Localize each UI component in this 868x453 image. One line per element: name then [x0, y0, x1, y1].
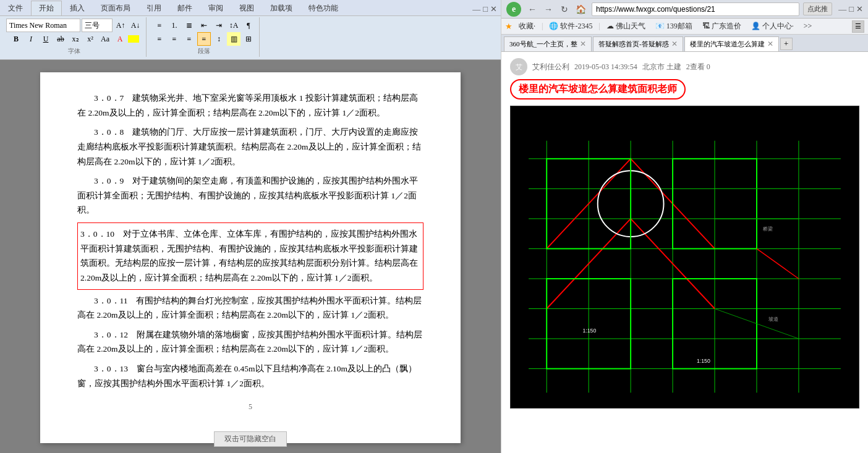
strikethrough-button[interactable]: ab: [54, 32, 67, 46]
qa-meta-header: 艾 艾利佳公利 2019-05-03 14:39:54 北京市 土建 2查看 0: [510, 58, 859, 75]
clear-format-button[interactable]: Aa: [98, 32, 112, 46]
bookmark-collection[interactable]: 收藏·: [515, 20, 539, 33]
post-views: 2查看 0: [686, 62, 710, 72]
increase-font-btn[interactable]: A↑: [114, 19, 127, 32]
superscript-button[interactable]: x²: [83, 32, 97, 46]
tab-qa-close[interactable]: ✕: [671, 40, 678, 49]
tab-360-close[interactable]: ✕: [580, 40, 586, 49]
browser-titlebar: e ← → ↻ 🏠 点此推 — □ ✕: [501, 0, 868, 19]
new-tab-button[interactable]: +: [780, 38, 793, 50]
browser-content: 艾 艾利佳公利 2019-05-03 14:39:54 北京市 土建 2查看 0…: [501, 52, 868, 453]
browser-tab-360[interactable]: 360号航_一个主页，整 ✕: [504, 36, 592, 51]
tab-qa-label: 答疑解惑首页-答疑解惑: [598, 40, 669, 49]
justify-button[interactable]: ≡: [197, 32, 211, 46]
font-selector-row: Times New Roman 三号 A↑ A↓: [6, 19, 142, 32]
para-313: 3．0．13 窗台与室内楼地面高差在 0.45m以下且结构净高在 2.10m及以…: [77, 362, 423, 391]
numbering-button[interactable]: 1.: [168, 19, 181, 32]
font-size-selector[interactable]: 三号: [82, 19, 113, 32]
shading-button[interactable]: ▥: [227, 32, 240, 46]
tab-references[interactable]: 引用: [138, 1, 169, 15]
tab-page-layout[interactable]: 页面布局: [93, 1, 138, 15]
bookmark-software[interactable]: 🌐 软件-2345: [545, 20, 596, 33]
question-title: 楼里的汽车坡道怎么算建筑面积老师: [510, 79, 686, 99]
tab-view[interactable]: 视图: [231, 1, 262, 15]
bookmark-profile[interactable]: 👤 个人中心·: [747, 20, 798, 33]
bookmarks-bar: ★ 收藏· | 🌐 软件-2345 | ☁ 佛山天气 📧 139邮箱 🏗 广东造…: [501, 19, 868, 35]
address-bar[interactable]: [592, 2, 799, 16]
tab-special[interactable]: 特色功能: [300, 1, 346, 15]
increase-indent-button[interactable]: ⇥: [212, 19, 226, 32]
double-click-hint: 双击可隐藏空白: [214, 431, 287, 447]
subscript-button[interactable]: x₂: [69, 32, 82, 46]
bookmark-sep-1: |: [542, 22, 543, 31]
minimize-icon[interactable]: —: [472, 4, 480, 14]
font-group: Times New Roman 三号 A↑ A↓ B I U ab x₂ x² …: [2, 17, 147, 57]
bookmark-sep-2: |: [598, 22, 600, 31]
back-button[interactable]: ←: [525, 2, 540, 17]
para-308: 3．0．8 建筑物的门厅、大厅应按一层计算建筑面积，门厅、大厅内设置的走廊应按走…: [77, 125, 423, 169]
forward-button[interactable]: →: [541, 2, 556, 17]
click-here-button[interactable]: 点此推: [803, 2, 832, 15]
browser-menu-icon[interactable]: ☰: [852, 20, 864, 33]
svg-text:桥梁: 桥梁: [762, 226, 773, 232]
font-group-label: 字体: [68, 47, 80, 56]
paragraph-group-label: 段落: [198, 47, 210, 56]
user-avatar: 艾: [510, 58, 527, 75]
document-page[interactable]: 3．0．7 建筑物采光井、地下室采光窗等采用顶板水 1 投影计算建筑面积；结构层…: [40, 72, 461, 443]
svg-rect-0: [511, 111, 859, 405]
font-format-row: B I U ab x₂ x² Aa A: [9, 32, 139, 46]
para-309: 3．0．9 对于建筑物间的架空走廊，有顶盖和围护设施的，应按其围护结构外围水平面…: [77, 174, 423, 218]
document-container: 3．0．7 建筑物采光井、地下室采光窗等采用顶板水 1 投影计算建筑面积；结构层…: [0, 60, 501, 453]
decrease-indent-button[interactable]: ⇤: [197, 19, 211, 32]
borders-button[interactable]: ⊞: [242, 32, 255, 46]
para-311: 3．0．11 有围护结构的舞台灯光控制室，应按其围护结构外围水平面积计算。结构层…: [77, 294, 423, 323]
close-browser-icon[interactable]: ✕: [856, 4, 863, 14]
tab-addins[interactable]: 加载项: [262, 1, 300, 15]
minimize-browser-icon[interactable]: —: [838, 4, 846, 14]
browser-tab-qa[interactable]: 答疑解惑首页-答疑解惑 ✕: [593, 36, 683, 51]
sort-button[interactable]: ↕A: [227, 19, 240, 32]
browser-tabs-bar: 360号航_一个主页，整 ✕ 答疑解惑首页-答疑解惑 ✕ 楼里的汽车坡道怎么算建…: [501, 35, 868, 52]
para-307: 3．0．7 建筑物采光井、地下室采光窗等采用顶板水 1 投影计算建筑面积；结构层…: [77, 91, 423, 120]
post-location: 北京市 土建: [642, 62, 681, 72]
show-marks-button[interactable]: ¶: [242, 19, 255, 32]
bullets-button[interactable]: ≡: [153, 19, 166, 32]
browser-nav-btns: ← → ↻ 🏠: [525, 2, 588, 17]
close-icon[interactable]: ✕: [490, 4, 497, 14]
browser-tab-active[interactable]: 楼里的汽车坡道怎么算建 ✕: [684, 36, 779, 51]
tab-insert[interactable]: 插入: [62, 1, 93, 15]
decrease-font-btn[interactable]: A↓: [129, 19, 142, 32]
font-color-button[interactable]: A: [113, 32, 127, 46]
svg-text:1:150: 1:150: [582, 328, 596, 334]
tab-mail[interactable]: 邮件: [169, 1, 200, 15]
refresh-button[interactable]: ↻: [557, 2, 572, 17]
multilevel-button[interactable]: ≣: [182, 19, 196, 32]
tab-home[interactable]: 开始: [31, 1, 62, 15]
bookmark-more[interactable]: >>: [800, 20, 816, 32]
restore-icon[interactable]: □: [483, 4, 488, 14]
bookmark-weather[interactable]: ☁ 佛山天气: [603, 20, 649, 33]
tab-file[interactable]: 文件: [0, 1, 31, 15]
restore-browser-icon[interactable]: □: [849, 4, 854, 14]
bookmark-email[interactable]: 📧 139邮箱: [652, 20, 696, 33]
home-button[interactable]: 🏠: [573, 2, 588, 17]
font-name-selector[interactable]: Times New Roman: [6, 19, 80, 32]
post-time: 2019-05-03 14:39:54: [574, 62, 637, 72]
align-left-button[interactable]: ≡: [153, 32, 166, 46]
tab-360-label: 360号航_一个主页，整: [509, 40, 577, 49]
ribbon-tabs: 文件 开始 插入 页面布局 引用 邮件 审阅 视图 加载项 特色功能 — □ ✕: [0, 0, 501, 16]
document-text: 3．0．7 建筑物采光井、地下室采光窗等采用顶板水 1 投影计算建筑面积；结构层…: [77, 91, 423, 391]
align-center-button[interactable]: ≡: [168, 32, 181, 46]
align-right-button[interactable]: ≡: [182, 32, 196, 46]
tab-active-label: 楼里的汽车坡道怎么算建: [690, 40, 765, 49]
bold-button[interactable]: B: [9, 32, 23, 46]
highlight-button[interactable]: [128, 35, 139, 43]
italic-button[interactable]: I: [24, 32, 38, 46]
line-spacing-button[interactable]: ↕: [212, 32, 226, 46]
bookmarks-star-icon: ★: [505, 22, 513, 32]
underline-button[interactable]: U: [39, 32, 53, 46]
browser-panel: e ← → ↻ 🏠 点此推 — □ ✕ ★ 收藏· | 🌐 软件-2345 | …: [501, 0, 868, 453]
tab-active-close[interactable]: ✕: [767, 40, 773, 49]
tab-review[interactable]: 审阅: [200, 1, 231, 15]
bookmark-cost[interactable]: 🏗 广东造价: [699, 20, 745, 33]
